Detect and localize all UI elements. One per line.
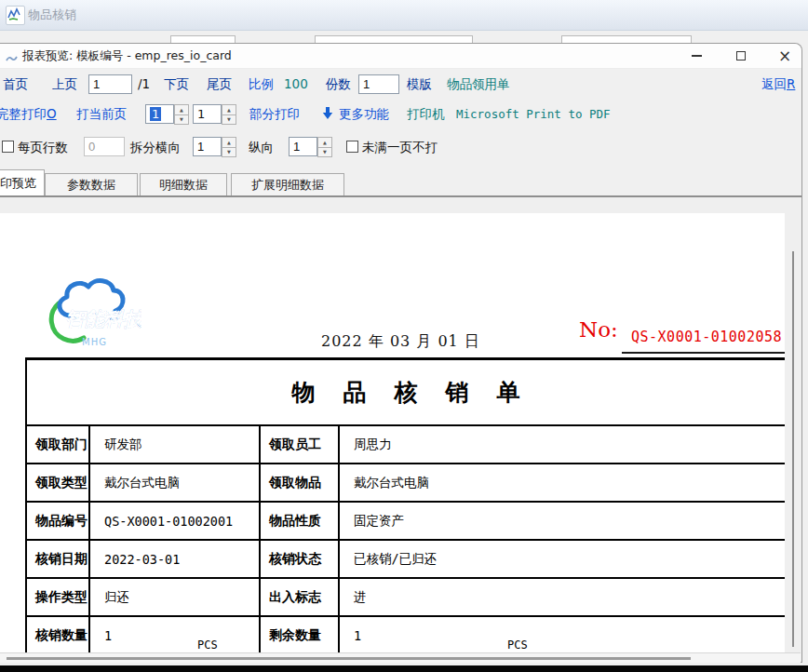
label-cell: 操作类型 [27, 579, 90, 617]
maximize-button[interactable] [727, 44, 755, 68]
value-cell: 1PCS [340, 617, 785, 652]
rows-per-page-input[interactable] [84, 137, 125, 156]
printer-label: 打印机 [407, 106, 445, 123]
report-preview-dialog: 报表预览: 模板编号 - emp_res_io_card × 首页 上页 /1 … [0, 43, 802, 663]
vertical-scrollbar-thumb[interactable] [792, 251, 794, 647]
doc-no-underline [622, 352, 785, 354]
value-cell: 进 [340, 579, 785, 617]
dialog-title: 报表预览: 模板编号 - emp_res_io_card [22, 48, 232, 64]
value-cell: QS-X0001-01002001 [90, 503, 261, 541]
label-cell: 剩余数量 [261, 617, 340, 652]
scale-link[interactable]: 比例 [249, 76, 274, 93]
split-vertical-label: 纵向 [249, 140, 274, 156]
range-from-spinner[interactable]: ▲▼ [174, 104, 189, 124]
label-cell: 领取物品 [261, 464, 340, 503]
value-cell: 归还 [90, 579, 261, 617]
range-to-spinner[interactable]: ▲▼ [222, 104, 236, 124]
parent-titlebar: 物品核销 [0, 0, 808, 31]
table-row: 物品编号QS-X0001-01002001物品性质固定资产 [27, 503, 785, 541]
value-cell: 已核销/已归还 [340, 541, 785, 579]
horizontal-scrollbar [0, 652, 801, 663]
copies-label: 份数 [326, 76, 351, 93]
doc-no-value: QS-X0001-01002058 [631, 329, 782, 345]
label-cell: 核销状态 [261, 541, 340, 579]
range-from-input[interactable]: 1 [145, 104, 174, 124]
value-cell: 周思力 [340, 426, 785, 464]
table-row: 操作类型归还出入标志进 [27, 579, 785, 617]
table-row: 领取部门研发部领取员工周思力 [27, 426, 785, 464]
first-page-link[interactable]: 首页 [3, 76, 28, 93]
label-cell: 领取部门 [27, 426, 90, 464]
desktop-strip [0, 665, 808, 672]
label-cell: 出入标志 [261, 579, 340, 617]
prev-page-link[interactable]: 上页 [52, 76, 77, 93]
split-horizontal-spinner[interactable]: ▲▼ [222, 137, 236, 156]
range-to-input[interactable]: 1 [193, 104, 222, 124]
value-cell: 研发部 [90, 426, 261, 464]
table-row: 领取类型戴尔台式电脑领取物品戴尔台式电脑 [27, 464, 785, 503]
copies-input[interactable] [358, 74, 399, 94]
more-functions-link[interactable]: 更多功能 [339, 106, 389, 123]
doc-title: 物品核销单 [27, 360, 785, 426]
doc-no-label: No: [579, 317, 618, 342]
app-chart-icon [6, 6, 25, 25]
document-page: 智能科技 MHG 2022 年 03 月 01 日 No: QS-X0001-0… [0, 213, 785, 652]
split-vertical-spinner[interactable]: ▲▼ [317, 137, 332, 156]
value-cell: 戴尔台式电脑 [340, 464, 785, 503]
print-current-link[interactable]: 打当前页 [76, 106, 127, 123]
table-row: 核销数量1PCS剩余数量1PCS [27, 617, 785, 652]
rows-per-page-label: 每页行数 [18, 140, 68, 156]
label-cell: 物品编号 [27, 503, 90, 541]
tab-1[interactable]: 打印预览 [0, 169, 45, 195]
tab-2[interactable]: 参数数据 [45, 173, 138, 195]
unit-label: PCS [197, 638, 218, 652]
label-cell: 领取员工 [261, 426, 340, 464]
table-row: 核销日期2022-03-01核销状态已核销/已归还 [27, 541, 785, 579]
template-value: 物品领用单 [447, 76, 510, 93]
company-logo: 智能科技 MHG [48, 275, 141, 362]
preview-area: 智能科技 MHG 2022 年 03 月 01 日 No: QS-X0001-0… [0, 197, 801, 652]
next-page-link[interactable]: 下页 [164, 76, 189, 93]
tab-3[interactable]: 明细数据 [140, 173, 227, 195]
value-cell: 固定资产 [340, 503, 785, 541]
scale-value: 100 [284, 76, 308, 91]
printer-value: Microsoft Print to PDF [456, 107, 611, 121]
screen: 物品核销 报表预览: 模板编号 - emp_res_io_card × 首页 上… [0, 0, 808, 672]
rows-per-page-checkbox[interactable] [2, 141, 14, 153]
label-cell: 核销数量 [27, 617, 90, 652]
value-cell: 戴尔台式电脑 [90, 464, 261, 503]
parent-window-title: 物品核销 [28, 7, 76, 23]
logo-subtext: MHG [82, 337, 107, 347]
label-cell: 领取类型 [27, 464, 90, 503]
partial-print-link[interactable]: 部分打印 [249, 106, 300, 123]
value-cell: 1PCS [90, 617, 261, 652]
page-total-label: /1 [138, 76, 150, 91]
horizontal-scrollbar-thumb[interactable] [7, 657, 691, 660]
split-vertical-input[interactable] [289, 137, 317, 156]
minimize-button[interactable] [682, 44, 710, 68]
skip-partial-label: 未满一页不打 [362, 140, 438, 156]
more-functions-arrow-icon [322, 106, 333, 124]
template-label: 模版 [407, 76, 432, 93]
label-cell: 物品性质 [261, 503, 340, 541]
doc-date: 2022 年 03 月 01 日 [321, 332, 480, 352]
skip-partial-checkbox[interactable] [346, 141, 358, 153]
doc-table: 物品核销单 领取部门研发部领取员工周思力领取类型戴尔台式电脑领取物品戴尔台式电脑… [25, 357, 785, 652]
last-page-link[interactable]: 尾页 [207, 76, 232, 93]
unit-label: PCS [507, 638, 528, 652]
value-cell: 2022-03-01 [90, 541, 261, 579]
dialog-icon [6, 50, 18, 68]
logo-cloud-icon: 智能科技 MHG [48, 275, 141, 358]
logo-text: 智能科技 [65, 308, 141, 330]
close-button[interactable]: × [771, 44, 799, 68]
tab-4[interactable]: 扩展明细数据 [231, 173, 344, 195]
split-horizontal-label: 拆分横向 [130, 140, 181, 156]
label-cell: 核销日期 [27, 541, 90, 579]
page-number-input[interactable] [88, 74, 132, 94]
split-horizontal-input[interactable] [193, 137, 222, 156]
dialog-titlebar: 报表预览: 模板编号 - emp_res_io_card × [0, 44, 801, 69]
back-link[interactable]: 返回R [761, 76, 795, 93]
full-print-link[interactable]: 完整打印O [0, 106, 57, 123]
